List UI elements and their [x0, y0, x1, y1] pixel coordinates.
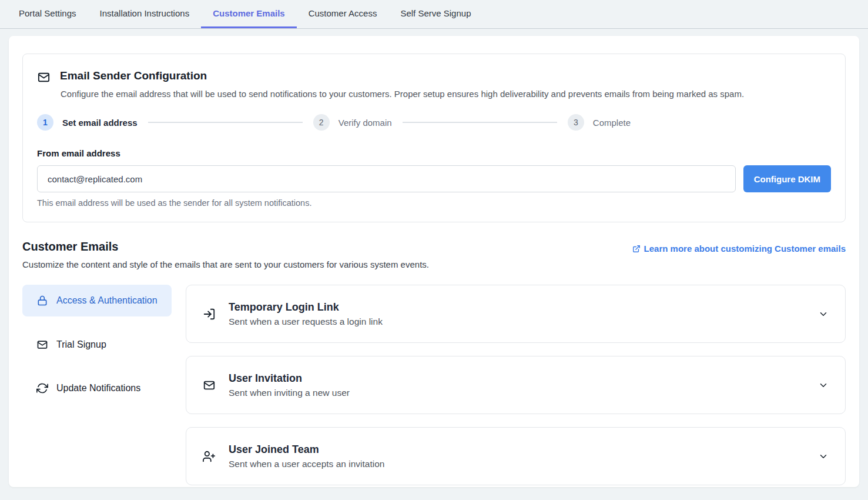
learn-more-label: Learn more about customizing Customer em…	[644, 244, 846, 254]
email-card-temporary-login-link[interactable]: Temporary Login Link Sent when a user re…	[186, 285, 846, 343]
customer-emails-panel: Email Sender Configuration Configure the…	[9, 36, 859, 487]
step-complete: 3 Complete	[568, 114, 631, 131]
step-number-badge: 3	[568, 114, 584, 131]
login-icon	[203, 308, 216, 321]
sidebar-item-label: Update Notifications	[56, 381, 140, 395]
sidebar-item-label: Access & Authentication	[56, 294, 157, 308]
mail-icon	[203, 379, 216, 392]
refresh-icon	[36, 382, 48, 394]
mail-icon	[37, 71, 51, 84]
email-helper-text: This email address will be used as the s…	[37, 198, 831, 208]
tab-installation-instructions[interactable]: Installation Instructions	[88, 0, 202, 28]
email-setup-stepper: 1 Set email address 2 Verify domain 3 Co…	[37, 114, 631, 131]
customer-emails-section-description: Customize the content and style of the e…	[22, 259, 846, 269]
external-link-icon	[632, 245, 641, 253]
email-template-list: Temporary Login Link Sent when a user re…	[186, 285, 846, 498]
chevron-down-icon[interactable]	[818, 309, 829, 319]
from-email-label: From email address	[37, 148, 831, 158]
step-label: Set email address	[62, 118, 138, 128]
step-verify-domain: 2 Verify domain	[313, 114, 392, 131]
tab-customer-access[interactable]: Customer Access	[297, 0, 389, 28]
email-card-user-invitation[interactable]: User Invitation Sent when inviting a new…	[186, 356, 846, 414]
step-set-email-address: 1 Set email address	[37, 114, 138, 131]
configure-dkim-button[interactable]: Configure DKIM	[743, 165, 831, 192]
email-card-title: Temporary Login Link	[229, 301, 818, 314]
email-card-subtitle: Sent when a user requests a login link	[229, 316, 818, 327]
from-email-input[interactable]	[37, 165, 736, 192]
sender-config-description: Configure the email address that will be…	[61, 89, 831, 99]
email-category-nav: Access & Authentication Trial Signup Upd…	[22, 285, 172, 498]
sidebar-item-trial-signup[interactable]: Trial Signup	[22, 329, 172, 360]
user-plus-icon	[203, 450, 216, 463]
step-label: Complete	[593, 118, 631, 128]
step-number-badge: 2	[313, 114, 330, 131]
learn-more-link[interactable]: Learn more about customizing Customer em…	[632, 244, 846, 254]
customer-emails-section-title: Customer Emails	[22, 240, 118, 254]
tab-self-serve-signup[interactable]: Self Serve Signup	[388, 0, 482, 28]
chevron-down-icon[interactable]	[818, 380, 829, 391]
mail-icon	[36, 339, 48, 351]
lock-icon	[36, 295, 48, 306]
sidebar-item-update-notifications[interactable]: Update Notifications	[22, 373, 172, 404]
email-card-subtitle: Sent when inviting a new user	[229, 388, 818, 398]
email-card-title: User Joined Team	[229, 444, 818, 456]
chevron-down-icon[interactable]	[818, 451, 829, 462]
email-sender-configuration-card: Email Sender Configuration Configure the…	[22, 54, 846, 222]
sidebar-item-label: Trial Signup	[56, 338, 106, 352]
settings-tab-bar: Portal Settings Installation Instruction…	[0, 0, 868, 29]
sidebar-item-access-authentication[interactable]: Access & Authentication	[22, 285, 172, 316]
step-label: Verify domain	[339, 118, 392, 128]
step-number-badge: 1	[37, 114, 53, 131]
sender-config-title: Email Sender Configuration	[60, 69, 207, 82]
email-card-title: User Invitation	[229, 372, 818, 385]
stepper-connector	[148, 122, 303, 123]
email-card-user-joined-team[interactable]: User Joined Team Sent when a user accept…	[186, 427, 846, 485]
tab-customer-emails[interactable]: Customer Emails	[201, 0, 297, 28]
email-card-subtitle: Sent when a user accepts an invitation	[229, 459, 818, 469]
tab-portal-settings[interactable]: Portal Settings	[7, 0, 88, 28]
stepper-connector	[403, 122, 557, 123]
